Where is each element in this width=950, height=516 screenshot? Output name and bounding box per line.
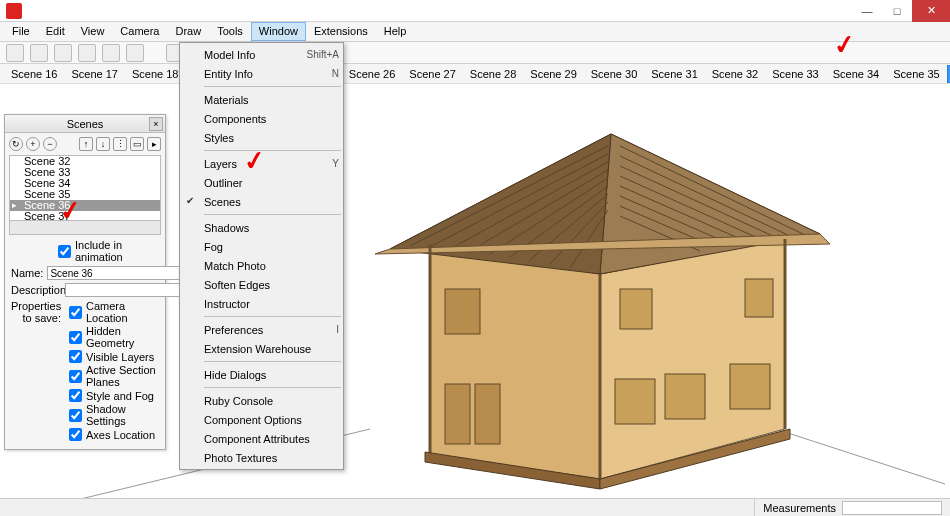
scenes-panel-close-icon[interactable]: × [149, 117, 163, 131]
scene-update-icon[interactable]: ↻ [9, 137, 23, 151]
menu-item-scenes[interactable]: ✔Scenes [180, 192, 343, 211]
tool-camera-iso-icon[interactable] [30, 44, 48, 62]
menu-item-shadows[interactable]: Shadows [180, 218, 343, 237]
app-icon [6, 3, 22, 19]
tool-camera-standard-icon[interactable] [6, 44, 24, 62]
toolbar [0, 42, 950, 64]
window-menu-dropdown: Model InfoShift+A Entity InfoN Materials… [179, 42, 344, 470]
scene-tab[interactable]: Scene 31 [644, 65, 704, 83]
menu-extensions[interactable]: Extensions [306, 22, 376, 41]
to-save-label: to save: [22, 312, 61, 324]
svg-rect-30 [615, 379, 655, 424]
svg-rect-27 [475, 384, 500, 444]
menu-item-match-photo[interactable]: Match Photo [180, 256, 343, 275]
scene-tab[interactable]: Scene 30 [584, 65, 644, 83]
scene-tab[interactable]: Scene 29 [523, 65, 583, 83]
menu-item-styles[interactable]: Styles [180, 128, 343, 147]
name-label: Name: [11, 267, 43, 279]
menu-item-components[interactable]: Components [180, 109, 343, 128]
menu-item-component-options[interactable]: Component Options [180, 410, 343, 429]
menu-help[interactable]: Help [376, 22, 415, 41]
menu-item-model-info[interactable]: Model InfoShift+A [180, 45, 343, 64]
scene-list-icon[interactable]: ▭ [130, 137, 144, 151]
menu-item-photo-textures[interactable]: Photo Textures [180, 448, 343, 467]
current-scene-icon: ▸ [12, 200, 17, 211]
tool-camera-back-icon[interactable] [126, 44, 144, 62]
svg-rect-29 [745, 279, 773, 317]
scenes-panel-title: Scenes [67, 118, 104, 130]
scenes-list-scrollbar[interactable] [9, 221, 161, 235]
menu-window[interactable]: Window [251, 22, 306, 41]
menu-item-outliner[interactable]: Outliner [180, 173, 343, 192]
prop-shadow-settings-checkbox[interactable] [69, 409, 82, 422]
prop-hidden-geometry-checkbox[interactable] [69, 331, 82, 344]
scene-tabs: Scene 16 Scene 17 Scene 18 Scene 19 e 24… [0, 64, 950, 84]
maximize-button[interactable]: □ [882, 0, 912, 22]
menu-item-component-attributes[interactable]: Component Attributes [180, 429, 343, 448]
check-icon: ✔ [186, 195, 194, 206]
prop-axes-location-checkbox[interactable] [69, 428, 82, 441]
scene-tab[interactable]: Scene 33 [765, 65, 825, 83]
tool-camera-front-icon[interactable] [78, 44, 96, 62]
scene-tab[interactable]: Scene 18 [125, 65, 185, 83]
menu-item-materials[interactable]: Materials [180, 90, 343, 109]
scene-tab[interactable]: Scene 17 [64, 65, 124, 83]
properties-label: Properties [11, 300, 61, 312]
menu-camera[interactable]: Camera [112, 22, 167, 41]
scenes-panel-toolbar: ↻ + − ↑ ↓ ⋮ ▭ ▸ [5, 133, 165, 155]
scene-properties: Include in animation Name: Description: … [5, 235, 165, 449]
scenes-list[interactable]: Scene 32 Scene 33 Scene 34 Scene 35 ▸Sce… [9, 155, 161, 221]
tool-camera-top-icon[interactable] [54, 44, 72, 62]
prop-active-section-planes-checkbox[interactable] [69, 370, 82, 383]
menu-file[interactable]: File [4, 22, 38, 41]
menu-item-hide-dialogs[interactable]: Hide Dialogs [180, 365, 343, 384]
status-bar: Measurements [0, 498, 950, 516]
menu-item-fog[interactable]: Fog [180, 237, 343, 256]
scenes-panel: Scenes × ↻ + − ↑ ↓ ⋮ ▭ ▸ Scene 32 Scene … [4, 114, 166, 450]
menu-view[interactable]: View [73, 22, 113, 41]
menu-item-soften-edges[interactable]: Soften Edges [180, 275, 343, 294]
menu-edit[interactable]: Edit [38, 22, 73, 41]
scene-move-down-icon[interactable]: ↓ [96, 137, 110, 151]
svg-rect-31 [665, 374, 705, 419]
include-in-animation-checkbox[interactable] [58, 245, 71, 258]
menu-item-extension-warehouse[interactable]: Extension Warehouse [180, 339, 343, 358]
scene-tab[interactable]: Scene 28 [463, 65, 523, 83]
close-button[interactable]: ✕ [912, 0, 950, 22]
scene-tab[interactable]: Scene 26 [342, 65, 402, 83]
menu-draw[interactable]: Draw [167, 22, 209, 41]
scene-tab[interactable]: Scene 34 [826, 65, 886, 83]
scene-remove-icon[interactable]: − [43, 137, 57, 151]
menu-item-instructor[interactable]: Instructor [180, 294, 343, 313]
measurements-box: Measurements [754, 499, 950, 516]
scene-tab[interactable]: Scene 16 [4, 65, 64, 83]
tool-camera-right-icon[interactable] [102, 44, 120, 62]
menu-item-ruby-console[interactable]: Ruby Console [180, 391, 343, 410]
scene-name-input[interactable] [47, 266, 180, 280]
menu-tools[interactable]: Tools [209, 22, 251, 41]
scene-view-icon[interactable]: ⋮ [113, 137, 127, 151]
scene-tab[interactable]: Scene 32 [705, 65, 765, 83]
title-bar: — □ ✕ [0, 0, 950, 22]
prop-style-and-fog-checkbox[interactable] [69, 389, 82, 402]
svg-rect-25 [445, 289, 480, 334]
description-label: Description: [11, 284, 61, 296]
menu-item-entity-info[interactable]: Entity InfoN [180, 64, 343, 83]
scenes-panel-header[interactable]: Scenes × [5, 115, 165, 133]
scene-add-icon[interactable]: + [26, 137, 40, 151]
scene-move-up-icon[interactable]: ↑ [79, 137, 93, 151]
svg-marker-5 [600, 134, 820, 274]
menu-item-layers[interactable]: LayersY [180, 154, 343, 173]
include-in-animation-label: Include in animation [75, 239, 159, 263]
window-controls: — □ ✕ [852, 0, 950, 22]
svg-rect-28 [620, 289, 652, 329]
prop-camera-location-checkbox[interactable] [69, 306, 82, 319]
scene-tab[interactable]: Scene 27 [402, 65, 462, 83]
scene-menu-icon[interactable]: ▸ [147, 137, 161, 151]
prop-visible-layers-checkbox[interactable] [69, 350, 82, 363]
measurements-input[interactable] [842, 501, 942, 515]
scene-tab[interactable]: Scene 35 [886, 65, 946, 83]
minimize-button[interactable]: — [852, 0, 882, 22]
menu-item-preferences[interactable]: PreferencesI [180, 320, 343, 339]
list-item[interactable]: Scene 37 [10, 211, 160, 221]
